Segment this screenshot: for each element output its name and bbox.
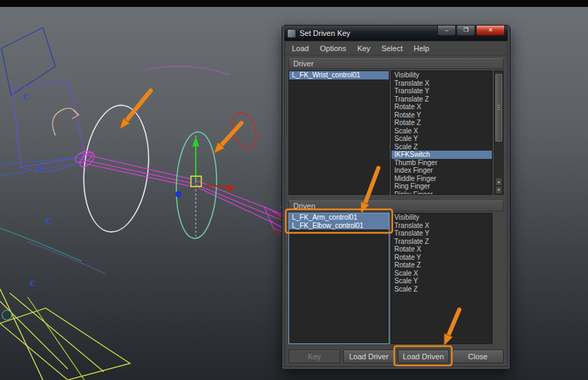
driver-attribute-item[interactable]: Rotate X [392, 103, 492, 111]
minimize-button[interactable]: – [437, 26, 456, 36]
driver-attribute-item[interactable]: Rotate Y [392, 111, 492, 120]
driven-attribute-item[interactable]: Visibility [392, 213, 492, 222]
menu-item-options[interactable]: Options [314, 43, 351, 54]
pole-vector-circle-red[interactable] [228, 109, 260, 151]
driver-attribute-item[interactable]: Scale Z [392, 143, 492, 151]
driver-attribute-item[interactable]: Translate Z [392, 95, 492, 104]
driven-attribute-item[interactable]: Scale Z [392, 285, 492, 294]
driver-attribute-list[interactable]: VisibilityTranslate XTranslate YTranslat… [391, 70, 493, 195]
translate-manipulator-arrow-green[interactable] [192, 136, 199, 181]
driven-attribute-item[interactable]: Rotate X [392, 245, 492, 254]
leg-wireframe-yellow [0, 289, 130, 380]
driven-object-list[interactable]: L_FK_Arm_control01L_FK_Elbow_control01 [288, 213, 389, 344]
driven-attribute-item[interactable]: Scale X [392, 269, 492, 278]
button-row: Key Load Driver Load Driven Close [288, 350, 504, 363]
window-client-area: LoadOptionsKeySelectHelp Driver L_FK_Wri… [284, 41, 508, 367]
driver-attribute-item[interactable]: IKFKSwitch [392, 151, 492, 159]
menu-item-select[interactable]: Select [376, 43, 408, 54]
driven-attribute-item[interactable]: Translate Z [392, 238, 492, 246]
driver-section-header[interactable]: Driver [288, 58, 504, 69]
control-marker-c: C [37, 164, 44, 173]
driver-attribute-item[interactable]: Pinky Finger [392, 191, 492, 196]
driver-attribute-item[interactable]: Translate Y [392, 87, 492, 95]
scrollbar-thumb[interactable] [495, 74, 502, 142]
window-controls: – ❐ ✕ [437, 26, 505, 36]
close-window-button[interactable]: Close [452, 350, 504, 363]
curve-purple-bottom [28, 242, 105, 274]
curve-magenta-top [145, 66, 230, 75]
driver-attribute-item[interactable]: Index Finger [392, 167, 492, 175]
driven-attribute-item[interactable]: Rotate Z [392, 261, 492, 269]
torso-wireframe-blue [1, 28, 55, 95]
maya-screen: C C C C Set Driven Key – ❐ ✕ LoadOptions… [0, 0, 588, 380]
menu-item-load[interactable]: Load [286, 43, 314, 54]
menu-bar: LoadOptionsKeySelectHelp [285, 41, 507, 55]
driven-attribute-item[interactable]: Scale Y [392, 277, 492, 285]
driver-attribute-item[interactable]: Thumb Finger [392, 159, 492, 167]
driver-attribute-item[interactable]: Ring Finger [392, 182, 492, 191]
control-marker-c: C [30, 279, 36, 288]
window-titlebar[interactable]: Set Driven Key – ❐ ✕ [284, 26, 508, 41]
set-driven-key-window: Set Driven Key – ❐ ✕ LoadOptionsKeySelec… [282, 25, 511, 370]
load-driven-button[interactable]: Load Driven [398, 350, 450, 363]
scrollbar-down-icon[interactable]: ▼ [495, 186, 502, 194]
driver-attribute-item[interactable]: Scale X [392, 127, 492, 135]
marker-circle-teal [2, 310, 12, 320]
driver-object-list[interactable]: L_FK_Wrist_control01 [288, 70, 389, 195]
pivot-dot-blue [176, 191, 182, 198]
driven-attribute-item[interactable]: Translate X [392, 222, 492, 230]
arm-bones-magenta [80, 153, 294, 229]
driver-attribute-item[interactable]: Scale Y [392, 135, 492, 143]
driver-object-item[interactable]: L_FK_Wrist_control01 [289, 71, 389, 79]
spine-curve-teal [0, 228, 82, 261]
driver-scrollbar[interactable]: ▲ ▼ [494, 70, 504, 195]
top-black-bar [0, 0, 588, 7]
driven-object-item[interactable]: L_FK_Elbow_control01 [289, 222, 389, 230]
driven-section: Driven L_FK_Arm_control01L_FK_Elbow_cont… [285, 200, 507, 344]
menu-item-help[interactable]: Help [408, 43, 435, 54]
driven-right-spacer [494, 213, 504, 344]
driver-attribute-item[interactable]: Rotate Z [392, 119, 492, 127]
fk-wrist-control-circle-white[interactable] [78, 102, 155, 236]
key-button[interactable]: Key [288, 350, 340, 363]
driver-attribute-item[interactable]: Visibility [392, 71, 492, 79]
control-marker-c: C [46, 217, 52, 226]
window-icon [287, 29, 296, 38]
driver-attribute-item[interactable]: Translate X [392, 79, 492, 88]
window-title: Set Driven Key [300, 29, 350, 37]
control-marker-c: C [23, 93, 29, 102]
close-icon[interactable]: ✕ [476, 26, 505, 36]
driven-attribute-item[interactable]: Translate Y [392, 229, 492, 238]
maximize-button[interactable]: ❐ [457, 26, 475, 36]
driven-object-item[interactable]: L_FK_Arm_control01 [289, 213, 389, 222]
driven-attribute-list[interactable]: VisibilityTranslate XTranslate YTranslat… [391, 213, 493, 344]
driven-attribute-item[interactable]: Rotate Y [392, 254, 492, 262]
curved-arrow-tan [53, 108, 79, 135]
control-markers: C C C C [23, 93, 52, 288]
driven-section-header[interactable]: Driven [288, 200, 504, 211]
driver-attribute-item[interactable]: Middle Finger [392, 175, 492, 183]
scrollbar-up-icon[interactable]: ▲ [495, 178, 502, 186]
menu-item-key[interactable]: Key [351, 43, 376, 54]
load-driver-button[interactable]: Load Driver [343, 350, 395, 363]
driver-section: Driver L_FK_Wrist_control01 VisibilityTr… [285, 58, 507, 195]
